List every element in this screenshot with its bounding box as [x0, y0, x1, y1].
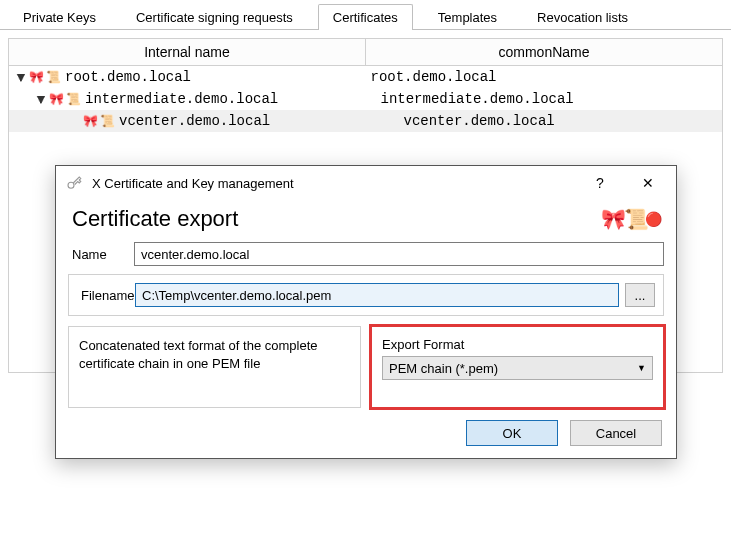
tree-row-intermediate[interactable]: ⯆ 🎀📜 intermediate.demo.local intermediat… — [9, 88, 722, 110]
tree-row-vcenter[interactable]: 🎀📜 vcenter.demo.local vcenter.demo.local — [9, 110, 722, 132]
tree-cell-common: vcenter.demo.local — [404, 113, 555, 129]
tree-cell-internal: vcenter.demo.local — [119, 113, 270, 129]
export-format-combo[interactable]: PEM chain (*.pem) ▼ — [382, 356, 653, 380]
browse-button[interactable]: ... — [625, 283, 655, 307]
col-common-name[interactable]: commonName — [366, 39, 722, 65]
close-button[interactable]: ✕ — [628, 169, 668, 197]
export-format-value: PEM chain (*.pem) — [389, 361, 498, 376]
svg-point-0 — [68, 182, 74, 188]
tab-revocation[interactable]: Revocation lists — [522, 4, 643, 30]
tab-bar: Private Keys Certificate signing request… — [0, 0, 731, 30]
dialog-title: X Certificate and Key management — [92, 176, 572, 191]
help-button[interactable]: ? — [580, 169, 620, 197]
export-dialog: X Certificate and Key management ? ✕ Cer… — [55, 165, 677, 459]
expander-intermediate[interactable]: ⯆ — [35, 94, 47, 105]
certificate-icon: 🎀📜 — [29, 70, 61, 85]
tree-row-root[interactable]: ⯆ 🎀📜 root.demo.local root.demo.local — [9, 66, 722, 88]
cancel-button[interactable]: Cancel — [570, 420, 662, 446]
filename-group: Filename ... — [68, 274, 664, 316]
tab-csr[interactable]: Certificate signing requests — [121, 4, 308, 30]
tab-certificates[interactable]: Certificates — [318, 4, 413, 30]
dialog-titlebar[interactable]: X Certificate and Key management ? ✕ — [56, 166, 676, 200]
format-description: Concatenated text format of the complete… — [68, 326, 361, 408]
filename-field[interactable] — [135, 283, 619, 307]
tab-templates[interactable]: Templates — [423, 4, 512, 30]
name-label: Name — [68, 247, 134, 262]
name-field[interactable] — [134, 242, 664, 266]
seal-icon: 🎀📜🔴 — [601, 207, 662, 231]
certificate-icon: 🎀📜 — [49, 92, 81, 107]
tree-cell-common: root.demo.local — [371, 69, 497, 85]
certificate-icon: 🎀📜 — [83, 114, 115, 129]
tree-cell-common: intermediate.demo.local — [381, 91, 574, 107]
chevron-down-icon: ▼ — [637, 363, 646, 373]
tab-private-keys[interactable]: Private Keys — [8, 4, 111, 30]
expander-root[interactable]: ⯆ — [15, 72, 27, 83]
tree-cell-internal: intermediate.demo.local — [85, 91, 278, 107]
filename-label: Filename — [77, 288, 135, 303]
export-format-label: Export Format — [382, 337, 653, 352]
dialog-heading: Certificate export — [72, 206, 238, 232]
tree-header: Internal name commonName — [9, 39, 722, 66]
key-icon — [64, 173, 84, 193]
col-internal-name[interactable]: Internal name — [9, 39, 366, 65]
ok-button[interactable]: OK — [466, 420, 558, 446]
tree-cell-internal: root.demo.local — [65, 69, 191, 85]
export-format-panel: Export Format PEM chain (*.pem) ▼ — [371, 326, 664, 408]
